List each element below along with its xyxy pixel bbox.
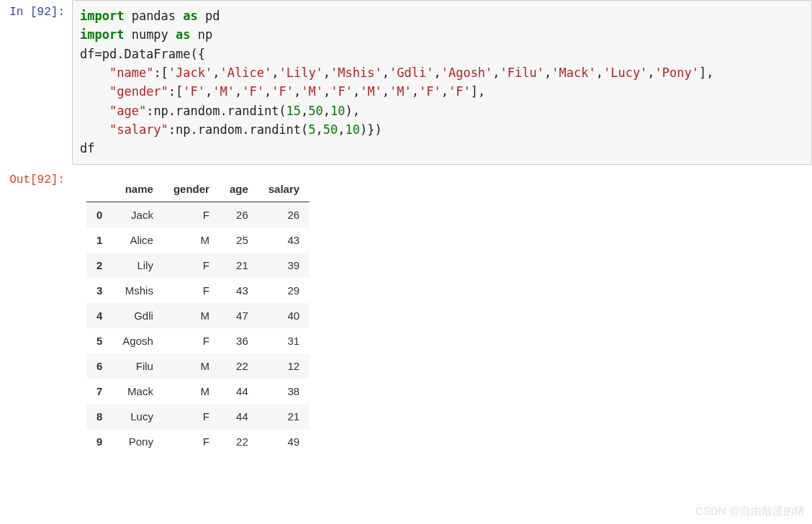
table-cell: 22 [220, 429, 258, 454]
code-token: :np.random.randint( [168, 122, 308, 137]
table-cell: M [163, 303, 220, 328]
code-token: "age" [109, 104, 146, 118]
code-token: , [212, 66, 220, 80]
code-token: 'Jack' [168, 66, 212, 80]
output-cell: Out[92]: namegenderagesalary0JackF26261A… [0, 168, 812, 454]
code-token: 'Lucy' [603, 66, 647, 80]
code-token: , [544, 66, 551, 80]
table-cell: 49 [258, 429, 310, 454]
code-token: 10 [330, 104, 345, 118]
table-cell: 25 [220, 227, 258, 253]
table-cell: F [163, 202, 220, 227]
code-token: :[ [153, 66, 168, 80]
table-cell: Lucy [112, 404, 163, 429]
table-row: 6FiluM2212 [86, 353, 310, 379]
table-cell: 12 [258, 353, 310, 379]
code-token: 'Lily' [279, 66, 322, 80]
table-cell: Gdli [112, 303, 163, 328]
table-cell: Alice [112, 227, 163, 253]
code-token: 'Alice' [220, 66, 272, 80]
table-cell: 29 [258, 278, 310, 303]
row-index: 3 [86, 278, 112, 303]
code-token: , [323, 84, 330, 99]
table-cell: 21 [220, 253, 258, 278]
code-token: pandas [124, 9, 183, 23]
code-token: , [271, 66, 279, 80]
code-token: , [433, 66, 441, 80]
column-header: age [220, 176, 258, 202]
code-token: , [353, 84, 360, 99]
table-row: 9PonyF2249 [86, 429, 310, 454]
column-header: salary [258, 176, 310, 202]
table-cell: F [163, 278, 220, 303]
code-token: , [382, 66, 389, 80]
table-cell: Agosh [112, 328, 163, 353]
table-cell: Pony [112, 429, 163, 454]
code-token: , [412, 84, 419, 99]
row-index: 6 [86, 353, 112, 379]
table-cell: 26 [220, 202, 258, 227]
table-cell: 36 [220, 328, 258, 353]
table-cell: 38 [258, 379, 310, 404]
table-cell: Jack [112, 202, 163, 227]
table-cell: F [163, 404, 220, 429]
code-token: , [323, 104, 330, 118]
code-token: 'F' [271, 84, 294, 99]
code-token: , [596, 66, 603, 80]
table-cell: 39 [258, 253, 310, 278]
code-token: 10 [346, 122, 360, 137]
table-row: 5AgoshF3631 [86, 328, 310, 353]
code-token: , [301, 104, 308, 118]
table-row: 2LilyF2139 [86, 253, 310, 278]
code-token: 'M' [301, 84, 323, 99]
table-row: 7MackM4438 [86, 379, 310, 404]
code-token [80, 122, 109, 137]
code-token: df [80, 141, 94, 155]
code-token: 5 [308, 122, 315, 137]
code-token: 'F' [330, 84, 353, 99]
row-index: 7 [86, 379, 112, 404]
code-token: 'M' [389, 84, 412, 99]
table-cell: M [163, 353, 220, 379]
dataframe-table: namegenderagesalary0JackF26261AliceM2543… [86, 176, 310, 454]
code-token: 'F' [242, 84, 264, 99]
output-prompt: Out[92]: [0, 168, 72, 186]
index-header [86, 176, 112, 202]
code-token: ), [346, 104, 360, 118]
code-token: 'M' [212, 84, 235, 99]
table-cell: 43 [220, 278, 258, 303]
table-row: 1AliceM2543 [86, 227, 310, 253]
code-token: 'F' [448, 84, 471, 99]
code-token: , [338, 122, 345, 137]
code-token: :np.random.randint( [146, 104, 286, 118]
code-token: , [441, 84, 448, 99]
code-token [80, 104, 109, 118]
table-cell: M [163, 379, 220, 404]
table-row: 0JackF2626 [86, 202, 310, 227]
code-token: "gender" [109, 84, 168, 99]
code-token: 'Pony' [655, 66, 699, 80]
code-token [80, 84, 109, 99]
code-token: 'F' [183, 84, 205, 99]
row-index: 2 [86, 253, 112, 278]
code-token: df=pd.DataFrame({ [80, 47, 205, 61]
watermark-text: CSDN @自由散漫的猪 [695, 505, 805, 518]
table-cell: F [163, 253, 220, 278]
row-index: 5 [86, 328, 112, 353]
table-cell: 43 [258, 227, 310, 253]
input-body: import pandas as pd import numpy as np d… [72, 0, 812, 165]
code-token: 'F' [419, 84, 441, 99]
code-token: :[ [168, 84, 183, 99]
code-token: , [382, 84, 389, 99]
code-block[interactable]: import pandas as pd import numpy as np d… [72, 0, 812, 165]
code-token: , [323, 66, 330, 80]
input-cell: In [92]: import pandas as pd import nump… [0, 0, 812, 165]
row-index: 9 [86, 429, 112, 454]
table-cell: 21 [258, 404, 310, 429]
code-token: , [492, 66, 500, 80]
code-token: 'Agosh' [441, 66, 493, 80]
code-token: as [183, 9, 197, 23]
code-token: , [316, 122, 323, 137]
input-prompt: In [92]: [0, 0, 72, 19]
code-token: 50 [323, 122, 338, 137]
